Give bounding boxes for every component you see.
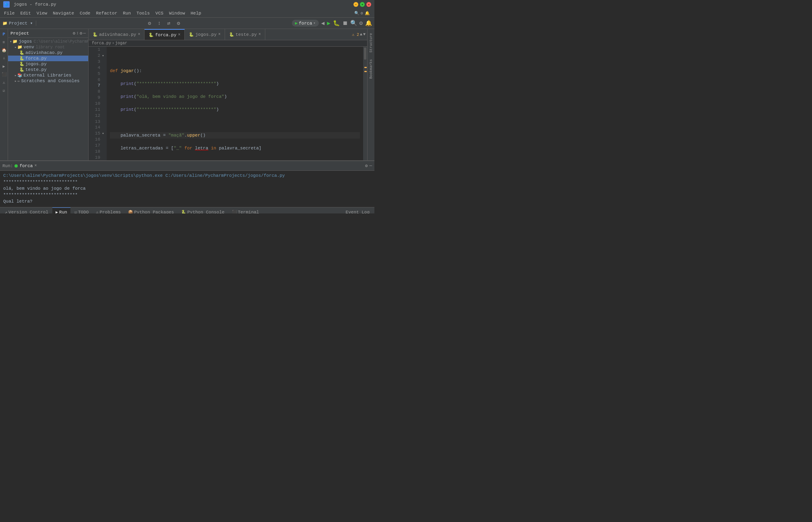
tab-forca[interactable]: 🐍 forca.py × <box>145 29 185 40</box>
menu-navigate[interactable]: Navigate <box>50 10 76 17</box>
warning-up-icon[interactable]: ▲ <box>360 32 362 37</box>
tree-item-jogos-py[interactable]: 🐍 jogos.py <box>8 61 88 67</box>
tree-item-adivinhacao[interactable]: 🐍 adivinhacao.py <box>8 50 88 56</box>
tab-forca-icon: 🐍 <box>149 33 153 37</box>
gutter-18: 18 <box>89 148 107 154</box>
toolbar-config-btn[interactable]: ⚙ <box>175 19 183 27</box>
toolbar-settings-btn[interactable]: ⚙ <box>146 19 154 27</box>
tab-run[interactable]: ▶ Run <box>52 207 70 214</box>
tab-adivinhacao[interactable]: 🐍 adivinhacao.py × <box>89 29 145 40</box>
panel-close-icon[interactable]: — <box>83 31 86 36</box>
tree-item-jogos[interactable]: ▾ 📁 jogos C:\Users\aline\PycharmProjects… <box>8 39 88 44</box>
scrollbar-thumb[interactable] <box>364 48 366 60</box>
tab-todo[interactable]: ☑ TODO <box>71 207 92 214</box>
tab-adivinhacao-close[interactable]: × <box>138 32 140 37</box>
code-line-8: letras_acertadas = ["_" for letra in pal… <box>110 145 360 151</box>
title-bar-title: jogos - forca.py <box>14 2 56 7</box>
tree-item-teste[interactable]: 🐍 teste.py <box>8 67 88 72</box>
tab-event-log[interactable]: Event Log <box>343 207 373 214</box>
run-play-btn[interactable]: ▶ <box>327 20 330 27</box>
gutter-14: 14 <box>89 124 107 130</box>
terminal-line-4: **************************** <box>3 192 371 198</box>
warnings-panel: ⚠ 2 ▲ ▼ <box>350 32 367 37</box>
tab-problems[interactable]: ⚠ Problems <box>93 207 124 214</box>
tab-python-packages[interactable]: 📦 Python Packages <box>125 207 177 214</box>
close-button[interactable]: × <box>366 2 371 7</box>
warning-down-icon[interactable]: ▼ <box>363 32 366 37</box>
title-bar-left: 🔷 jogos - forca.py <box>3 1 56 8</box>
menu-code[interactable]: Code <box>77 10 93 17</box>
settings-btn[interactable]: ⚙ <box>360 20 363 27</box>
menu-vcs[interactable]: VCS <box>153 10 166 17</box>
gutter-5: 5 <box>89 70 107 77</box>
project-dropdown[interactable]: Project ▾ <box>9 21 33 26</box>
menu-view[interactable]: View <box>34 10 50 17</box>
minimize-button[interactable]: − <box>353 2 358 7</box>
adivinhacao-icon: 🐍 <box>19 50 24 55</box>
debug-panel-icon[interactable]: ▶ <box>0 63 8 70</box>
tab-jogos-close[interactable]: × <box>218 32 221 37</box>
scratches-label: Scratches and Consoles <box>21 79 79 83</box>
terminal-content[interactable]: C:\Users\aline\PycharmProjects\jogos\ven… <box>0 171 374 207</box>
panel-settings-icon[interactable]: ⚙ <box>80 31 83 36</box>
menu-refactor[interactable]: Refactor <box>93 10 120 17</box>
gutter-4: 4 <box>89 65 107 71</box>
run-panel-icon[interactable]: ⬛ <box>0 71 8 78</box>
tab-terminal[interactable]: ⬛ Terminal <box>229 207 262 214</box>
teste-label: teste.py <box>25 67 47 72</box>
todo-icon[interactable]: ☑ <box>0 87 8 94</box>
jogos-folder-icon: 📁 <box>12 39 17 44</box>
menu-window[interactable]: Window <box>167 10 188 17</box>
search-btn[interactable]: 🔍 <box>350 20 357 27</box>
toolbar-sort-btn[interactable]: ↕ <box>155 19 163 27</box>
menu-file[interactable]: File <box>2 10 17 17</box>
tab-teste-icon: 🐍 <box>229 32 234 37</box>
jogos-path: C:\Users\aline\PycharmProjects\jogos <box>33 39 88 44</box>
run-config-dropdown[interactable]: ▶ forca ▾ <box>292 20 319 27</box>
tree-item-scratches[interactable]: ▸ ✏ Scratches and Consoles <box>8 78 88 84</box>
toolbar-swap-btn[interactable]: ⇄ <box>165 19 173 27</box>
structure-icon[interactable]: ≡ <box>0 39 8 46</box>
bookmarks-panel-icon[interactable]: Bookmarks <box>368 56 374 82</box>
notifications-btn[interactable]: 🔔 <box>365 20 372 27</box>
run-tab-close-icon[interactable]: × <box>34 164 37 168</box>
run-gear-icon[interactable]: ⚙ <box>365 163 368 168</box>
venv-folder-icon: 📁 <box>17 45 22 50</box>
run-back-btn[interactable]: ◀ <box>321 20 324 27</box>
menu-tools[interactable]: Tools <box>134 10 152 17</box>
warning-count: ⚠ 2 <box>352 32 359 37</box>
run-minimize-icon[interactable]: — <box>369 163 372 168</box>
tree-item-venv[interactable]: ▸ 📁 venv library root <box>8 44 88 50</box>
forca-label: forca.py <box>25 56 47 61</box>
gutter-9: 9 <box>89 95 107 101</box>
run-icon: ▶ <box>56 210 58 213</box>
menu-edit[interactable]: Edit <box>18 10 33 17</box>
gutter-13: 13 <box>89 118 107 124</box>
panel-title: Project <box>10 31 29 36</box>
tab-jogos[interactable]: 🐍 jogos.py × <box>185 29 225 40</box>
tree-item-external-libraries[interactable]: ▸ 📚 External Libraries <box>8 72 88 78</box>
run-stop-btn[interactable]: ⏹ <box>342 20 348 27</box>
project-icon[interactable]: P <box>0 31 8 38</box>
structure-panel-icon[interactable]: Structure <box>368 30 374 56</box>
debug-btn[interactable]: 🐛 <box>333 20 340 27</box>
right-scrollbar[interactable] <box>363 47 367 160</box>
tree-item-forca[interactable]: 🐍 forca.py <box>8 56 88 61</box>
tab-teste-close[interactable]: × <box>258 32 261 37</box>
bookmarks-icon[interactable]: 🏠 <box>0 47 8 54</box>
code-lines[interactable]: def jogar(): print("********************… <box>107 47 363 160</box>
tab-teste[interactable]: 🐍 teste.py × <box>225 29 265 40</box>
panel-gear-icon[interactable]: ⚙ <box>73 31 76 36</box>
tab-forca-close[interactable]: × <box>178 33 180 37</box>
maximize-button[interactable]: + <box>360 2 365 7</box>
title-bar: 🔷 jogos - forca.py − + × <box>0 0 374 9</box>
menu-help[interactable]: Help <box>188 10 204 17</box>
app-icon: 🔷 <box>3 1 10 8</box>
menu-run[interactable]: Run <box>120 10 133 17</box>
tab-version-control[interactable]: ↗ Version Control <box>2 207 52 214</box>
tab-adivinhacao-label: adivinhacao.py <box>99 32 136 37</box>
panel-expand-icon[interactable]: ↕ <box>76 31 79 36</box>
problems-icon[interactable]: ⚠ <box>0 79 8 86</box>
tab-python-console[interactable]: 🐍 Python Console <box>178 207 227 214</box>
git-icon[interactable]: ⑃ <box>0 55 8 62</box>
